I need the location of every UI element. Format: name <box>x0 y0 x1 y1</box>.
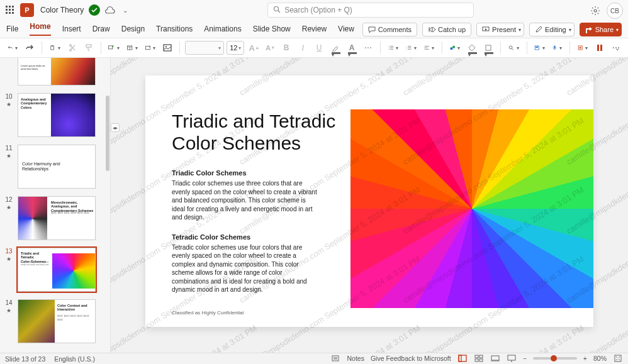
ribbon-toolbar: ▾ 12▾ A▴ A▾ B I U A ⋯ 123 ⋯ ⌄ <box>0 38 628 58</box>
slide-body-1[interactable]: Triadic color schemes use three colors t… <box>172 179 320 222</box>
shape-fill-button[interactable] <box>465 41 479 55</box>
slide-thumbnail[interactable]: Color Harmony andRelationships <box>18 145 96 189</box>
separator <box>569 41 570 54</box>
notes-label[interactable]: Notes <box>347 355 364 362</box>
designer-button[interactable] <box>532 41 547 55</box>
menu-file[interactable]: File <box>6 25 18 33</box>
menu-draw[interactable]: Draw <box>93 25 110 33</box>
shapes-button[interactable] <box>447 41 463 55</box>
italic-button[interactable]: I <box>296 41 310 55</box>
user-avatar[interactable]: CB <box>607 3 623 19</box>
svg-rect-42 <box>486 45 491 50</box>
feedback-link[interactable]: Give Feedback to Microsoft <box>371 355 451 362</box>
sensitivity-button[interactable] <box>593 41 607 55</box>
font-size-select[interactable]: 12▾ <box>227 41 244 55</box>
separator <box>101 41 101 54</box>
add-ins-button[interactable] <box>575 41 590 55</box>
svg-rect-63 <box>508 355 515 360</box>
chevron-down-icon[interactable]: ▾ <box>519 27 521 33</box>
chevron-down-icon[interactable]: ▾ <box>616 27 619 33</box>
slide-title[interactable]: Triadic and Tetradic Color Schemes <box>172 111 361 154</box>
title-mode-chevron-icon[interactable]: ⌄ <box>120 5 130 15</box>
search-placeholder: Search (Option + Q) <box>284 6 352 14</box>
editing-mode-button[interactable]: Editing ▾ <box>529 23 575 36</box>
slide-thumbnail[interactable]: Color Context andInteraction text text t… <box>18 299 96 343</box>
color-wheel-image[interactable] <box>350 109 593 308</box>
slideshow-view-button[interactable] <box>507 353 517 363</box>
decrease-font-button[interactable]: A▾ <box>263 41 277 55</box>
slide-thumbnail[interactable]: Monochromatic, Analogous, andComplementa… <box>18 196 96 240</box>
language-status[interactable]: English (U.S.) <box>54 355 95 363</box>
dictate-button[interactable] <box>550 41 564 55</box>
zoom-out-button[interactable]: − <box>523 355 527 362</box>
slide-thumbnail-current[interactable]: Triadic and TetradicColor Schemes body t… <box>18 248 96 292</box>
menu-animations[interactable]: Animations <box>204 25 241 33</box>
zoom-percent[interactable]: 80% <box>593 355 607 362</box>
thumbnail-pane[interactable]: 9★ Lorem ipsum dolor sit amet text block… <box>0 58 111 353</box>
font-family-select[interactable]: ▾ <box>185 41 224 55</box>
shape-outline-button[interactable] <box>481 41 495 55</box>
menu-design[interactable]: Design <box>121 25 145 33</box>
find-button[interactable] <box>506 41 521 55</box>
svg-rect-36 <box>408 49 411 50</box>
separator <box>179 41 180 54</box>
slide-heading-2[interactable]: Tetradic Color Schemes <box>172 233 329 241</box>
reading-view-button[interactable] <box>490 353 500 363</box>
notes-button[interactable] <box>330 353 340 363</box>
slide-body-2[interactable]: Tetradic color schemes use four colors t… <box>172 243 320 294</box>
separator <box>442 41 442 54</box>
menu-home[interactable]: Home <box>30 22 50 36</box>
menu-slideshow[interactable]: Slide Show <box>253 25 291 33</box>
slide-thumbnail[interactable]: Lorem ipsum dolor sit amet text block <box>18 58 96 85</box>
chevron-down-icon[interactable]: ▾ <box>569 27 571 33</box>
slide-thumbnail[interactable]: Analogous andComplementary Colors <box>18 93 96 137</box>
paste-button[interactable] <box>47 41 62 55</box>
present-button[interactable]: Present ▾ <box>476 23 524 36</box>
normal-view-button[interactable] <box>457 353 468 363</box>
layout-button[interactable] <box>125 41 140 55</box>
slide-heading-1[interactable]: Triadic Color Schemes <box>172 169 329 177</box>
animation-star-icon: ★ <box>6 256 11 262</box>
font-color-button[interactable]: A <box>345 41 359 55</box>
redo-button[interactable] <box>23 41 36 55</box>
catchup-button[interactable]: Catch up <box>422 23 471 36</box>
settings-icon[interactable] <box>590 6 600 16</box>
menu-transitions[interactable]: Transitions <box>156 25 193 33</box>
fit-to-window-button[interactable] <box>613 353 623 363</box>
bullets-button[interactable] <box>386 41 401 55</box>
bold-button[interactable]: B <box>279 41 293 55</box>
slide-counter[interactable]: Slide 13 of 23 <box>5 355 45 363</box>
share-button[interactable]: Share ▾ <box>580 23 622 36</box>
slide-canvas-area[interactable]: Triadic and Tetradic Color Schemes Triad… <box>111 58 628 353</box>
menu-view[interactable]: View <box>338 25 354 33</box>
align-button[interactable] <box>422 41 437 55</box>
zoom-slider[interactable] <box>533 357 577 360</box>
image-placeholder-button[interactable] <box>160 41 174 55</box>
powerpoint-app-icon[interactable]: P <box>20 3 34 17</box>
sorter-view-button[interactable] <box>474 353 484 363</box>
slide[interactable]: Triadic and Tetradic Color Schemes Triad… <box>145 75 593 327</box>
cut-button[interactable] <box>65 41 79 55</box>
cloud-save-icon[interactable] <box>105 5 115 15</box>
thumbnail-scrollbar[interactable] <box>106 96 109 171</box>
more-font-button[interactable]: ⋯ <box>361 41 375 55</box>
saved-status-icon[interactable] <box>89 4 100 16</box>
menu-insert[interactable]: Insert <box>62 25 81 33</box>
menu-review[interactable]: Review <box>302 25 327 33</box>
undo-button[interactable] <box>5 41 20 55</box>
numbering-button[interactable]: 123 <box>403 41 418 55</box>
zoom-slider-thumb[interactable] <box>551 355 557 361</box>
search-input[interactable]: Search (Option + Q) <box>267 3 474 18</box>
format-painter-button[interactable] <box>82 41 96 55</box>
zoom-in-button[interactable]: + <box>583 355 587 362</box>
comments-button[interactable]: Comments <box>362 23 417 36</box>
highlight-color-button[interactable] <box>328 41 342 55</box>
document-title[interactable]: Color Theory <box>40 6 84 14</box>
reset-slide-button[interactable] <box>143 41 158 55</box>
increase-font-button[interactable]: A▴ <box>247 41 261 55</box>
svg-point-15 <box>69 50 71 52</box>
ribbon-collapse-button[interactable]: ⌄ <box>610 41 624 55</box>
underline-button[interactable]: U <box>312 41 326 55</box>
new-slide-button[interactable] <box>106 41 122 55</box>
app-launcher-icon[interactable] <box>5 5 15 15</box>
